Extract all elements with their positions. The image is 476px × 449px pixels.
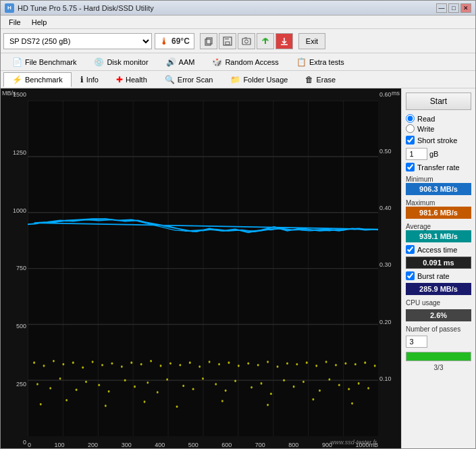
svg-point-20 xyxy=(72,361,74,364)
svg-point-36 xyxy=(228,361,230,364)
access-time-value: 0.091 ms xyxy=(406,257,471,269)
svg-rect-4 xyxy=(226,42,230,45)
svg-point-58 xyxy=(108,390,110,393)
drive-select[interactable]: SP DS72 (250 gB) xyxy=(3,33,152,49)
cpu-usage-label: CPU usage xyxy=(406,299,471,307)
write-label: Write xyxy=(417,125,434,133)
tab-aam[interactable]: 🔊 AAM xyxy=(157,55,204,70)
info-label: Info xyxy=(86,76,99,84)
copy-icon-btn[interactable] xyxy=(200,33,217,49)
error-scan-icon: 🔍 xyxy=(165,75,175,84)
tab-erase[interactable]: 🗑 Erase xyxy=(296,72,344,87)
health-label: Health xyxy=(126,76,147,84)
passes-spinner[interactable] xyxy=(406,336,427,348)
benchmark-icon: ⚡ xyxy=(12,75,22,84)
tab-extra-tests[interactable]: 📋 Extra tests xyxy=(288,55,353,70)
read-radio-label[interactable]: Read xyxy=(406,114,471,123)
svg-point-85 xyxy=(144,400,146,403)
write-radio-label[interactable]: Write xyxy=(406,124,471,133)
menu-help[interactable]: Help xyxy=(26,17,53,28)
access-time-checkbox-label[interactable]: Access time xyxy=(406,245,471,254)
svg-point-77 xyxy=(328,378,330,381)
start-button[interactable]: Start xyxy=(406,93,471,110)
burst-rate-checkbox[interactable] xyxy=(406,271,415,280)
recycle-icon-btn[interactable] xyxy=(257,33,274,49)
x-label-300: 300 xyxy=(122,442,132,448)
svg-point-60 xyxy=(134,386,136,388)
tab-folder-usage[interactable]: 📁 Folder Usage xyxy=(221,72,296,87)
x-label-700: 700 xyxy=(255,442,265,448)
svg-point-53 xyxy=(49,387,51,390)
svg-point-66 xyxy=(202,377,204,380)
svg-point-72 xyxy=(270,393,272,396)
svg-point-32 xyxy=(189,361,191,364)
toolbar-actions xyxy=(200,33,293,49)
svg-point-38 xyxy=(247,363,249,365)
x-label-500: 500 xyxy=(188,442,199,448)
svg-point-56 xyxy=(85,381,87,384)
short-stroke-spinner[interactable] xyxy=(406,148,427,160)
y-axis-left: 1500 1250 1000 750 500 250 0 xyxy=(1,88,28,448)
app-icon: H xyxy=(5,3,14,13)
svg-point-81 xyxy=(367,387,369,390)
minimize-button[interactable]: — xyxy=(436,3,447,13)
svg-point-69 xyxy=(234,380,236,383)
exit-button[interactable]: Exit xyxy=(298,33,325,49)
svg-point-45 xyxy=(315,365,317,367)
svg-point-89 xyxy=(312,398,314,401)
menu-file[interactable]: File xyxy=(3,17,26,28)
burst-rate-value: 285.9 MB/s xyxy=(406,283,471,295)
svg-point-30 xyxy=(169,363,171,365)
tab-error-scan[interactable]: 🔍 Error Scan xyxy=(156,72,222,87)
maximum-value: 981.6 MB/s xyxy=(406,207,471,219)
svg-point-83 xyxy=(65,399,68,402)
y-right-040: 0.40 xyxy=(379,205,400,211)
svg-point-90 xyxy=(351,402,353,405)
tab-health[interactable]: ✚ Health xyxy=(107,72,156,87)
y-left-750: 750 xyxy=(2,265,26,271)
temperature-icon: 🌡 xyxy=(159,36,169,47)
svg-point-84 xyxy=(105,404,107,407)
write-radio[interactable] xyxy=(406,124,415,133)
download-icon-btn[interactable] xyxy=(275,33,293,49)
tab-benchmark[interactable]: ⚡ Benchmark xyxy=(3,72,72,87)
y-right-030: 0.30 xyxy=(379,261,400,268)
svg-point-87 xyxy=(221,400,223,402)
transfer-rate-checkbox-label[interactable]: Transfer rate xyxy=(406,163,471,171)
svg-point-25 xyxy=(121,365,123,368)
tab-file-benchmark[interactable]: 📄 File Benchmark xyxy=(3,55,85,70)
short-stroke-checkbox[interactable] xyxy=(406,136,415,144)
burst-rate-checkbox-label[interactable]: Burst rate xyxy=(406,271,471,280)
tab-random-access[interactable]: 🎲 Random Access xyxy=(203,55,287,70)
transfer-rate-checkbox[interactable] xyxy=(406,163,415,171)
svg-point-73 xyxy=(283,379,285,381)
svg-point-59 xyxy=(124,379,126,381)
window-title: HD Tune Pro 5.75 - Hard Disk/SSD Utility xyxy=(18,4,436,12)
maximum-label: Maximum xyxy=(406,199,471,207)
x-label-800: 800 xyxy=(288,442,298,448)
extra-tests-icon: 📋 xyxy=(296,57,307,67)
error-scan-label: Error Scan xyxy=(178,76,213,84)
window-controls: — □ ✕ xyxy=(436,3,471,13)
camera-icon-btn[interactable] xyxy=(238,33,255,49)
svg-point-33 xyxy=(199,365,201,368)
progress-bar-container xyxy=(406,352,471,361)
svg-point-67 xyxy=(215,383,217,386)
access-time-checkbox[interactable] xyxy=(406,245,415,254)
svg-rect-0 xyxy=(205,39,211,45)
svg-point-18 xyxy=(53,360,55,363)
folder-usage-icon: 📁 xyxy=(230,75,240,84)
benchmark-label: Benchmark xyxy=(25,76,63,84)
maximize-button[interactable]: □ xyxy=(448,3,459,13)
svg-point-75 xyxy=(302,381,305,384)
save-icon-btn[interactable] xyxy=(219,33,236,49)
short-stroke-label: Short stroke xyxy=(417,136,457,144)
average-section: Average 939.1 MB/s xyxy=(406,221,471,242)
short-stroke-checkbox-label[interactable]: Short stroke xyxy=(406,136,471,144)
svg-point-31 xyxy=(179,364,181,367)
read-radio[interactable] xyxy=(406,114,415,123)
close-button[interactable]: ✕ xyxy=(460,3,471,13)
tab-info[interactable]: ℹ Info xyxy=(72,72,107,87)
tab-disk-monitor[interactable]: 💿 Disk monitor xyxy=(85,55,157,70)
y-right-060: 0.60 xyxy=(379,91,400,98)
